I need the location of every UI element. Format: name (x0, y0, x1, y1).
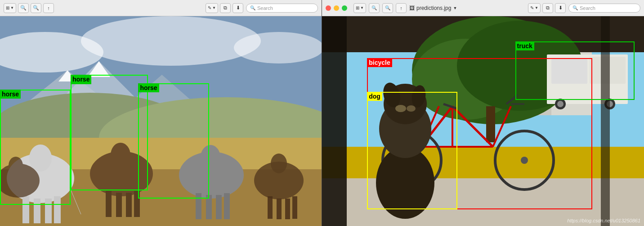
minimize-button[interactable] (334, 5, 339, 11)
edit-icon: ✎ (208, 5, 211, 10)
left-toolbar-group1: ⊞ ▼ 🔍 🔍 ↑ (4, 3, 54, 13)
share-btn[interactable]: ↑ (43, 3, 54, 13)
svg-rect-23 (116, 193, 122, 217)
app-container: ⊞ ▼ 🔍 🔍 ↑ ✎ ▼ ⧉ (0, 0, 644, 226)
zoom-out-btn[interactable]: 🔍 (18, 3, 29, 13)
title-chevron: ▼ (453, 6, 457, 10)
right-copy-icon: ⧉ (546, 5, 550, 11)
right-copy-btn[interactable]: ⧉ (542, 3, 553, 13)
svg-point-77 (395, 105, 406, 112)
svg-rect-30 (216, 195, 222, 219)
right-search-icon: 🔍 (572, 5, 578, 10)
view-dropdown-btn[interactable]: ⊞ ▼ (4, 3, 16, 13)
title-text: predictions.jpg (416, 5, 451, 11)
right-zoom-out-icon: 🔍 (371, 5, 377, 10)
search-icon: 🔍 (250, 5, 255, 10)
svg-point-68 (521, 157, 528, 164)
right-toolbar-group2: ✎ ▼ ⧉ ⬇ (528, 3, 566, 13)
right-view-dropdown[interactable]: ⊞ ▼ (353, 3, 366, 13)
copy-btn[interactable]: ⧉ (220, 3, 231, 13)
right-edit-dropdown[interactable]: ✎ ▼ (528, 3, 541, 13)
right-download-icon: ⬇ (559, 5, 563, 11)
left-image-container: horse horse horse (0, 16, 322, 226)
svg-rect-36 (285, 199, 290, 219)
left-search-box[interactable]: 🔍 Search (246, 4, 318, 13)
horse-scene: horse horse horse (0, 16, 322, 226)
zoom-in-btn[interactable]: 🔍 (31, 3, 41, 13)
right-edit-chevron: ▼ (535, 6, 538, 10)
right-search-placeholder: Search (580, 5, 595, 11)
svg-point-33 (271, 154, 287, 173)
window-title: 🖼 predictions.jpg ▼ (409, 5, 457, 11)
svg-rect-31 (224, 193, 230, 219)
horse-illustration (0, 16, 322, 226)
right-share-icon: ↑ (400, 5, 402, 11)
edit-dropdown-btn[interactable]: ✎ ▼ (206, 3, 218, 13)
window-controls (326, 5, 347, 11)
right-download-btn[interactable]: ⬇ (555, 3, 566, 13)
left-toolbar-group2: ✎ ▼ ⧉ ⬇ (206, 3, 243, 13)
right-zoom-out-btn[interactable]: 🔍 (369, 3, 380, 13)
svg-rect-57 (322, 16, 347, 226)
close-button[interactable] (326, 5, 331, 11)
svg-rect-15 (22, 196, 29, 223)
svg-rect-24 (126, 193, 132, 217)
svg-point-2 (81, 16, 261, 66)
zoom-out-icon: 🔍 (20, 5, 27, 11)
svg-point-14 (29, 145, 52, 172)
file-icon: 🖼 (409, 5, 415, 11)
left-toolbar: ⊞ ▼ 🔍 🔍 ↑ ✎ ▼ ⧉ (0, 0, 322, 16)
svg-point-3 (234, 32, 322, 63)
view-grid-icon: ⊞ (356, 5, 359, 10)
svg-point-21 (111, 143, 130, 167)
right-search-box[interactable]: 🔍 Search (568, 4, 640, 13)
svg-point-27 (201, 145, 220, 169)
svg-rect-34 (268, 196, 273, 219)
svg-rect-25 (134, 191, 140, 217)
svg-rect-58 (601, 16, 610, 226)
outdoor-illustration (322, 16, 644, 226)
share-icon: ↑ (47, 5, 50, 11)
edit-chevron: ▼ (212, 6, 216, 10)
download-icon: ⬇ (236, 5, 240, 11)
svg-rect-37 (292, 196, 297, 219)
right-panel: ⊞ ▼ 🔍 🔍 ↑ 🖼 predictions.jpg ▼ ✎ ▼ (322, 0, 644, 226)
zoom-in-icon: 🔍 (33, 5, 39, 11)
view-dropdown-arrow: ▼ (360, 6, 364, 10)
view-icon: ⊞ (6, 5, 9, 10)
svg-rect-47 (486, 106, 495, 142)
right-toolbar: ⊞ ▼ 🔍 🔍 ↑ 🖼 predictions.jpg ▼ ✎ ▼ (322, 0, 644, 16)
svg-rect-17 (45, 199, 52, 223)
svg-rect-35 (277, 199, 282, 219)
right-image-container: bicycle truck dog https://blog.csdn.net/… (322, 16, 644, 226)
svg-rect-28 (196, 193, 201, 219)
svg-rect-49 (551, 59, 587, 84)
dropdown-chevron: ▼ (10, 6, 14, 10)
copy-icon: ⧉ (224, 5, 227, 11)
svg-point-78 (407, 105, 416, 112)
svg-rect-16 (34, 199, 40, 223)
maximize-button[interactable] (342, 5, 347, 11)
watermark: https://blog.csdn.net/u013250861 (567, 218, 640, 223)
svg-rect-22 (106, 191, 112, 217)
svg-rect-29 (206, 195, 212, 219)
right-share-btn[interactable]: ↑ (396, 3, 407, 13)
right-zoom-in-btn[interactable]: 🔍 (382, 3, 393, 13)
svg-point-52 (557, 101, 564, 107)
right-zoom-in-icon: 🔍 (385, 5, 390, 10)
download-btn[interactable]: ⬇ (233, 3, 243, 13)
left-panel: ⊞ ▼ 🔍 🔍 ↑ ✎ ▼ ⧉ (0, 0, 322, 226)
search-placeholder-text: Search (257, 5, 273, 11)
svg-rect-18 (54, 196, 61, 223)
right-edit-icon: ✎ (530, 5, 534, 10)
svg-point-39 (9, 157, 23, 175)
